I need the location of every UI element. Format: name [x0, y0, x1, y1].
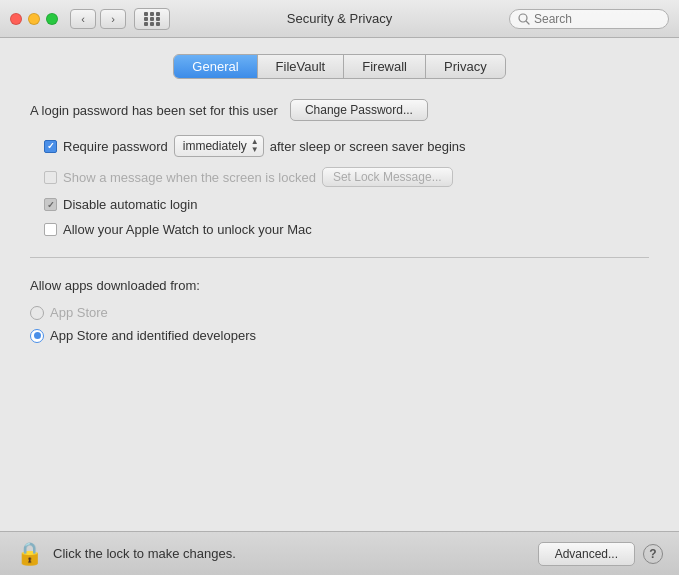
require-password-label: Require password	[63, 139, 168, 154]
show-message-row: Show a message when the screen is locked…	[44, 167, 649, 187]
apple-watch-checkbox[interactable]	[44, 223, 57, 236]
search-icon	[518, 13, 530, 25]
radio-app-store-identified[interactable]: App Store and identified developers	[30, 328, 649, 343]
maximize-button[interactable]	[46, 13, 58, 25]
tab-firewall[interactable]: Firewall	[344, 55, 426, 78]
bottom-right: Advanced... ?	[538, 542, 663, 566]
radio-app-store-identified-button[interactable]	[30, 329, 44, 343]
tab-bar: General FileVault Firewall Privacy	[30, 54, 649, 79]
lock-icon[interactable]: 🔒	[16, 541, 43, 567]
radio-app-store-identified-label: App Store and identified developers	[50, 328, 256, 343]
tab-group: General FileVault Firewall Privacy	[173, 54, 505, 79]
window-title: Security & Privacy	[287, 11, 392, 26]
svg-line-1	[527, 21, 530, 24]
forward-icon: ›	[111, 13, 115, 25]
forward-button[interactable]: ›	[100, 9, 126, 29]
advanced-button[interactable]: Advanced...	[538, 542, 635, 566]
tab-filevault[interactable]: FileVault	[258, 55, 345, 78]
disable-auto-login-checkbox[interactable]	[44, 198, 57, 211]
require-password-row: Require password immediately ▲ ▼ after s…	[44, 135, 649, 157]
apps-section: Allow apps downloaded from: App Store Ap…	[30, 278, 649, 343]
options-section: Require password immediately ▲ ▼ after s…	[44, 135, 649, 237]
bottom-bar: 🔒 Click the lock to make changes. Advanc…	[0, 531, 679, 575]
disable-auto-login-row: Disable automatic login	[44, 197, 649, 212]
main-content: General FileVault Firewall Privacy A log…	[0, 38, 679, 531]
grid-menu-button[interactable]	[134, 8, 170, 30]
radio-app-store-button[interactable]	[30, 306, 44, 320]
lock-label: Click the lock to make changes.	[53, 546, 236, 561]
back-button[interactable]: ‹	[70, 9, 96, 29]
login-label: A login password has been set for this u…	[30, 103, 278, 118]
change-password-button[interactable]: Change Password...	[290, 99, 428, 121]
tab-privacy[interactable]: Privacy	[426, 55, 505, 78]
set-lock-message-button[interactable]: Set Lock Message...	[322, 167, 453, 187]
immediately-dropdown[interactable]: immediately ▲ ▼	[174, 135, 264, 157]
require-password-checkbox[interactable]	[44, 140, 57, 153]
login-row: A login password has been set for this u…	[30, 99, 649, 121]
section-divider	[30, 257, 649, 258]
radio-app-store[interactable]: App Store	[30, 305, 649, 320]
apple-watch-label: Allow your Apple Watch to unlock your Ma…	[63, 222, 312, 237]
titlebar: ‹ › Security & Privacy	[0, 0, 679, 38]
help-button[interactable]: ?	[643, 544, 663, 564]
nav-buttons: ‹ ›	[70, 9, 126, 29]
radio-app-store-label: App Store	[50, 305, 108, 320]
disable-auto-login-label: Disable automatic login	[63, 197, 197, 212]
show-message-label: Show a message when the screen is locked	[63, 170, 316, 185]
show-message-checkbox[interactable]	[44, 171, 57, 184]
dropdown-value: immediately	[183, 139, 247, 153]
traffic-lights	[10, 13, 58, 25]
close-button[interactable]	[10, 13, 22, 25]
search-bar[interactable]	[509, 9, 669, 29]
back-icon: ‹	[81, 13, 85, 25]
search-input[interactable]	[534, 12, 660, 26]
grid-icon	[144, 12, 161, 26]
svg-point-0	[519, 14, 527, 22]
minimize-button[interactable]	[28, 13, 40, 25]
apple-watch-row: Allow your Apple Watch to unlock your Ma…	[44, 222, 649, 237]
after-sleep-label: after sleep or screen saver begins	[270, 139, 466, 154]
apps-label: Allow apps downloaded from:	[30, 278, 649, 293]
dropdown-arrows-icon: ▲ ▼	[251, 138, 259, 154]
tab-general[interactable]: General	[174, 55, 257, 78]
